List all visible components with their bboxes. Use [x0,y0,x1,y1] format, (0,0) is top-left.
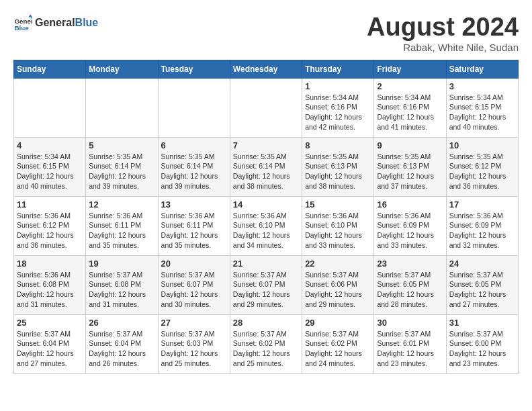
logo-icon: General Blue [13,13,32,32]
calendar-week-4: 18Sunrise: 5:36 AM Sunset: 6:08 PM Dayli… [14,255,519,314]
day-info: Sunrise: 5:34 AM Sunset: 6:16 PM Dayligh… [305,93,371,132]
svg-text:Blue: Blue [14,24,29,32]
calendar-cell: 13Sunrise: 5:36 AM Sunset: 6:11 PM Dayli… [158,196,230,255]
logo: General Blue GeneralBlue [13,13,98,32]
day-info: Sunrise: 5:37 AM Sunset: 6:08 PM Dayligh… [89,270,154,310]
day-info: Sunrise: 5:37 AM Sunset: 6:01 PM Dayligh… [377,329,443,369]
day-info: Sunrise: 5:36 AM Sunset: 6:10 PM Dayligh… [233,211,299,250]
day-number: 13 [161,199,227,210]
calendar-week-1: 1Sunrise: 5:34 AM Sunset: 6:16 PM Daylig… [14,78,519,137]
calendar-cell: 31Sunrise: 5:37 AM Sunset: 6:00 PM Dayli… [446,314,518,373]
day-number: 11 [17,199,83,210]
day-info: Sunrise: 5:37 AM Sunset: 6:03 PM Dayligh… [161,329,227,369]
weekday-header-sunday: Sunday [14,60,86,78]
day-info: Sunrise: 5:35 AM Sunset: 6:12 PM Dayligh… [449,152,515,191]
day-info: Sunrise: 5:37 AM Sunset: 6:00 PM Dayligh… [449,329,515,369]
calendar-cell [158,78,230,137]
day-number: 3 [449,81,515,91]
day-info: Sunrise: 5:34 AM Sunset: 6:16 PM Dayligh… [377,93,443,132]
calendar-cell: 11Sunrise: 5:36 AM Sunset: 6:12 PM Dayli… [14,196,86,255]
calendar-cell: 7Sunrise: 5:35 AM Sunset: 6:14 PM Daylig… [230,137,302,196]
weekday-header-tuesday: Tuesday [158,60,230,78]
calendar-week-5: 25Sunrise: 5:37 AM Sunset: 6:04 PM Dayli… [14,314,519,373]
calendar-week-3: 11Sunrise: 5:36 AM Sunset: 6:12 PM Dayli… [14,196,519,255]
day-info: Sunrise: 5:37 AM Sunset: 6:02 PM Dayligh… [305,329,371,369]
day-number: 27 [161,318,227,328]
day-number: 22 [305,259,371,269]
day-info: Sunrise: 5:37 AM Sunset: 6:07 PM Dayligh… [161,270,227,310]
calendar-cell: 18Sunrise: 5:36 AM Sunset: 6:08 PM Dayli… [14,255,86,314]
calendar-cell: 23Sunrise: 5:37 AM Sunset: 6:05 PM Dayli… [374,255,446,314]
calendar-cell: 4Sunrise: 5:34 AM Sunset: 6:15 PM Daylig… [14,137,86,196]
day-number: 8 [305,140,371,150]
day-info: Sunrise: 5:36 AM Sunset: 6:08 PM Dayligh… [17,270,83,310]
day-info: Sunrise: 5:36 AM Sunset: 6:11 PM Dayligh… [161,211,227,250]
day-number: 2 [377,81,443,91]
calendar-table: SundayMondayTuesdayWednesdayThursdayFrid… [13,60,519,374]
day-number: 12 [89,199,154,210]
calendar-cell: 1Sunrise: 5:34 AM Sunset: 6:16 PM Daylig… [302,78,374,137]
calendar-week-2: 4Sunrise: 5:34 AM Sunset: 6:15 PM Daylig… [14,137,519,196]
calendar-cell: 3Sunrise: 5:34 AM Sunset: 6:15 PM Daylig… [446,78,518,137]
page-header: General Blue GeneralBlue August 2024 Rab… [13,13,519,53]
location-subtitle: Rabak, White Nile, Sudan [367,42,519,53]
weekday-header-wednesday: Wednesday [230,60,302,78]
day-number: 29 [305,318,371,328]
calendar-cell: 5Sunrise: 5:35 AM Sunset: 6:14 PM Daylig… [86,137,158,196]
day-number: 31 [449,318,515,328]
day-number: 7 [233,140,299,150]
day-info: Sunrise: 5:36 AM Sunset: 6:09 PM Dayligh… [449,211,515,250]
calendar-cell: 8Sunrise: 5:35 AM Sunset: 6:13 PM Daylig… [302,137,374,196]
calendar-cell: 28Sunrise: 5:37 AM Sunset: 6:02 PM Dayli… [230,314,302,373]
day-info: Sunrise: 5:36 AM Sunset: 6:11 PM Dayligh… [89,211,154,250]
calendar-cell [86,78,158,137]
day-number: 26 [89,318,154,328]
day-number: 10 [449,140,515,150]
title-section: August 2024 Rabak, White Nile, Sudan [367,13,519,53]
calendar-cell: 20Sunrise: 5:37 AM Sunset: 6:07 PM Dayli… [158,255,230,314]
calendar-cell: 6Sunrise: 5:35 AM Sunset: 6:14 PM Daylig… [158,137,230,196]
calendar-cell: 30Sunrise: 5:37 AM Sunset: 6:01 PM Dayli… [374,314,446,373]
day-info: Sunrise: 5:37 AM Sunset: 6:05 PM Dayligh… [377,270,443,310]
weekday-header-friday: Friday [374,60,446,78]
month-year-title: August 2024 [367,13,519,42]
calendar-cell: 17Sunrise: 5:36 AM Sunset: 6:09 PM Dayli… [446,196,518,255]
calendar-cell: 26Sunrise: 5:37 AM Sunset: 6:04 PM Dayli… [86,314,158,373]
day-number: 30 [377,318,443,328]
calendar-cell [14,78,86,137]
calendar-cell: 25Sunrise: 5:37 AM Sunset: 6:04 PM Dayli… [14,314,86,373]
day-info: Sunrise: 5:34 AM Sunset: 6:15 PM Dayligh… [17,152,83,191]
day-info: Sunrise: 5:37 AM Sunset: 6:04 PM Dayligh… [89,329,154,369]
day-info: Sunrise: 5:36 AM Sunset: 6:09 PM Dayligh… [377,211,443,250]
weekday-header-monday: Monday [86,60,158,78]
day-info: Sunrise: 5:37 AM Sunset: 6:06 PM Dayligh… [305,270,371,310]
logo-text: GeneralBlue [35,17,98,29]
calendar-body: 1Sunrise: 5:34 AM Sunset: 6:16 PM Daylig… [14,78,519,373]
day-number: 4 [17,140,83,150]
day-number: 5 [89,140,154,150]
day-number: 6 [161,140,227,150]
day-info: Sunrise: 5:35 AM Sunset: 6:14 PM Dayligh… [89,152,154,191]
day-number: 21 [233,259,299,269]
day-info: Sunrise: 5:37 AM Sunset: 6:04 PM Dayligh… [17,329,83,369]
calendar-cell: 14Sunrise: 5:36 AM Sunset: 6:10 PM Dayli… [230,196,302,255]
calendar-cell: 15Sunrise: 5:36 AM Sunset: 6:10 PM Dayli… [302,196,374,255]
calendar-cell: 22Sunrise: 5:37 AM Sunset: 6:06 PM Dayli… [302,255,374,314]
calendar-cell: 2Sunrise: 5:34 AM Sunset: 6:16 PM Daylig… [374,78,446,137]
day-info: Sunrise: 5:36 AM Sunset: 6:12 PM Dayligh… [17,211,83,250]
weekday-header-saturday: Saturday [446,60,518,78]
calendar-cell: 16Sunrise: 5:36 AM Sunset: 6:09 PM Dayli… [374,196,446,255]
weekday-row: SundayMondayTuesdayWednesdayThursdayFrid… [14,60,519,78]
day-number: 17 [449,199,515,210]
day-number: 1 [305,81,371,91]
day-number: 18 [17,259,83,269]
calendar-cell [230,78,302,137]
day-info: Sunrise: 5:37 AM Sunset: 6:02 PM Dayligh… [233,329,299,369]
day-number: 20 [161,259,227,269]
day-number: 16 [377,199,443,210]
svg-marker-2 [28,14,32,17]
calendar-cell: 24Sunrise: 5:37 AM Sunset: 6:05 PM Dayli… [446,255,518,314]
calendar-cell: 19Sunrise: 5:37 AM Sunset: 6:08 PM Dayli… [86,255,158,314]
calendar-cell: 21Sunrise: 5:37 AM Sunset: 6:07 PM Dayli… [230,255,302,314]
weekday-header-thursday: Thursday [302,60,374,78]
